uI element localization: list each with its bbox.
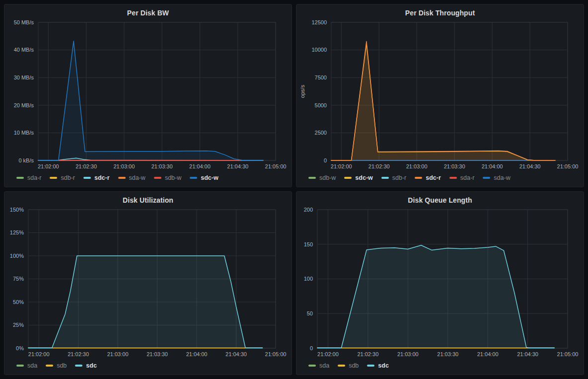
legend-label: sdb xyxy=(349,362,359,369)
y-tick-label: 7500 xyxy=(315,75,327,80)
legend-label: sdc-w xyxy=(201,174,218,181)
legend-swatch xyxy=(118,177,126,179)
legend-swatch xyxy=(308,365,316,367)
legend-label: sda-r xyxy=(27,174,41,181)
y-tick-label: 150 xyxy=(304,241,313,247)
legend-swatch xyxy=(344,177,352,179)
y-tick-label: 200 xyxy=(304,207,313,213)
per-disk-bw-chart[interactable]: 0 kB/s10 MB/s20 MB/s30 MB/s40 MB/s50 MB/… xyxy=(6,18,290,172)
legend-label: sda xyxy=(319,362,329,369)
legend-item-sda-w[interactable]: sda-w xyxy=(118,174,146,181)
legend-label: sdc-r xyxy=(426,174,441,181)
legend-item-sda-w[interactable]: sda-w xyxy=(483,174,510,181)
per-disk-throughput-chart[interactable]: 0250050007500100001250021:02:0021:02:302… xyxy=(298,18,582,172)
x-tick-label: 21:04:00 xyxy=(477,351,499,357)
legend-label: sdb-r xyxy=(392,174,406,181)
legend-swatch xyxy=(154,177,161,179)
y-tick-label: 150% xyxy=(10,207,24,213)
x-tick-label: 21:04:00 xyxy=(189,163,211,169)
legend-item-sda-r[interactable]: sda-r xyxy=(16,174,41,181)
x-tick-label: 21:02:00 xyxy=(317,351,339,357)
dashboard: Per Disk BW 0 kB/s10 MB/s20 MB/s30 MB/s4… xyxy=(0,0,588,379)
x-tick-label: 21:03:00 xyxy=(107,351,129,357)
legend-label: sdc xyxy=(378,362,389,369)
x-tick-label: 21:02:30 xyxy=(75,163,97,169)
x-tick-label: 21:03:30 xyxy=(437,351,458,357)
legend-swatch xyxy=(449,177,457,179)
x-tick-label: 21:05:00 xyxy=(557,351,579,357)
legend-swatch xyxy=(16,365,24,367)
panel-per-disk-bw: Per Disk BW 0 kB/s10 MB/s20 MB/s30 MB/s4… xyxy=(4,4,292,187)
y-tick-label: 0 xyxy=(324,157,327,163)
panel-title: Disk Utilization xyxy=(6,195,290,206)
legend-label: sdb-r xyxy=(61,174,74,181)
x-tick-label: 21:02:30 xyxy=(68,351,89,357)
x-tick-label: 21:03:30 xyxy=(147,351,168,357)
y-tick-label: 5000 xyxy=(315,102,327,108)
legend-swatch xyxy=(415,177,422,179)
panel-disk-utilization: Disk Utilization 0%25%50%75%100%125%150%… xyxy=(4,191,292,375)
legend-item-sdc-w[interactable]: sdc-w xyxy=(190,174,218,181)
y-tick-label: 125% xyxy=(10,229,24,235)
legend-swatch xyxy=(190,177,197,179)
legend-label: sdc-w xyxy=(355,174,372,181)
legend-item-sdb-r[interactable]: sdb-r xyxy=(381,174,406,181)
legend-item-sdc[interactable]: sdc xyxy=(75,362,97,369)
legend-swatch xyxy=(46,365,53,367)
legend-item-sdb[interactable]: sdb xyxy=(46,362,67,369)
x-tick-label: 21:04:30 xyxy=(225,351,247,357)
x-tick-label: 21:05:00 xyxy=(265,351,287,357)
y-tick-label: 50 xyxy=(307,310,313,316)
y-tick-label: 0 kB/s xyxy=(18,157,34,163)
y-tick-label: 100 xyxy=(304,276,313,282)
x-tick-label: 21:02:00 xyxy=(38,163,59,169)
legend-item-sdc-r[interactable]: sdc-r xyxy=(415,174,441,181)
legend-label: sdc xyxy=(86,362,97,369)
y-tick-label: 50% xyxy=(13,299,24,305)
legend-item-sdb-r[interactable]: sdb-r xyxy=(50,174,74,181)
legend: sda-rsdb-rsdc-rsda-wsdb-wsdc-w xyxy=(6,172,290,184)
series-fill-sdc-w xyxy=(38,41,263,160)
legend-item-sdc-r[interactable]: sdc-r xyxy=(83,174,110,181)
legend-swatch xyxy=(50,177,57,179)
y-tick-label: 40 MB/s xyxy=(14,47,34,53)
legend-item-sdb-w[interactable]: sdb-w xyxy=(154,174,181,181)
panel-per-disk-throughput: Per Disk Throughput 02500500075001000012… xyxy=(296,4,584,187)
x-tick-label: 21:03:00 xyxy=(406,163,428,169)
legend-item-sdc[interactable]: sdc xyxy=(367,362,389,369)
legend-swatch xyxy=(83,177,91,179)
x-tick-label: 21:02:00 xyxy=(28,351,50,357)
panel-title: Per Disk BW xyxy=(6,7,290,18)
legend-swatch xyxy=(75,365,82,367)
x-tick-label: 21:02:30 xyxy=(368,163,390,169)
legend-item-sdb[interactable]: sdb xyxy=(338,362,359,369)
x-tick-label: 21:03:30 xyxy=(444,163,465,169)
panel-title: Disk Queue Length xyxy=(298,195,582,206)
x-tick-label: 21:05:00 xyxy=(557,163,579,169)
x-tick-label: 21:04:30 xyxy=(227,163,248,169)
legend: sdb-wsdc-wsdb-rsdc-rsda-rsda-w xyxy=(298,172,582,184)
legend-item-sdc-w[interactable]: sdc-w xyxy=(344,174,372,181)
legend-label: sdb-w xyxy=(165,174,181,181)
y-tick-label: 20 MB/s xyxy=(14,102,34,108)
x-tick-label: 21:04:30 xyxy=(519,163,541,169)
x-tick-label: 21:03:00 xyxy=(397,351,419,357)
legend-label: sda-w xyxy=(129,174,146,181)
panel-disk-queue-length: Disk Queue Length 05010015020021:02:0021… xyxy=(296,191,584,375)
legend-item-sda[interactable]: sda xyxy=(16,362,37,369)
x-tick-label: 21:02:30 xyxy=(357,351,378,357)
x-tick-label: 21:04:00 xyxy=(186,351,208,357)
disk-utilization-chart[interactable]: 0%25%50%75%100%125%150%21:02:0021:02:302… xyxy=(6,206,290,360)
legend-swatch xyxy=(308,177,316,179)
x-tick-label: 21:05:00 xyxy=(265,163,287,169)
legend-item-sda-r[interactable]: sda-r xyxy=(449,174,474,181)
legend-item-sda[interactable]: sda xyxy=(308,362,329,369)
disk-queue-length-chart[interactable]: 05010015020021:02:0021:02:3021:03:0021:0… xyxy=(298,206,582,360)
y-tick-label: 0 xyxy=(310,345,313,351)
legend: sdasdbsdc xyxy=(298,360,582,372)
y-tick-label: 25% xyxy=(13,322,24,328)
legend: sdasdbsdc xyxy=(6,360,290,372)
x-tick-label: 21:02:00 xyxy=(331,163,352,169)
legend-swatch xyxy=(483,177,490,179)
legend-item-sdb-w[interactable]: sdb-w xyxy=(308,174,336,181)
